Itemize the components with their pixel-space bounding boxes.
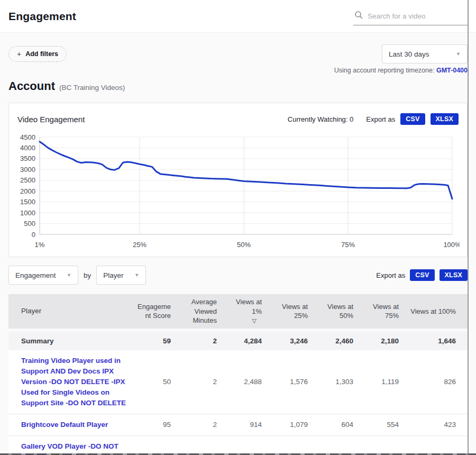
axis-tick-label: 100% <box>443 241 460 249</box>
metric-select[interactable]: Engagement ▼ <box>8 266 78 285</box>
player-row: Brightcove Default Player9529141,0796045… <box>8 414 468 435</box>
search-icon <box>354 11 363 21</box>
column-header-label: Views at 50% <box>319 302 353 321</box>
player-link[interactable]: Training Video Player used in Support AN… <box>21 356 126 408</box>
card-actions: Currently Watching: 0 Export as CSV XLSX <box>288 113 459 125</box>
metric-cell-avg_viewed_minutes: 2 <box>182 414 228 435</box>
metric-cell-views_50: 293 <box>319 435 365 455</box>
export-xlsx-button[interactable]: XLSX <box>440 269 468 281</box>
metric-cell-engagement_score: 95 <box>138 414 182 435</box>
by-label: by <box>84 271 91 279</box>
axis-tick-label: 4000 <box>20 144 35 152</box>
summary-row: Summary5924,2843,2462,4602,1801,646 <box>8 332 468 350</box>
timezone-text: Using account reporting timezone: <box>334 67 435 74</box>
export-as-label: Export as <box>366 115 395 123</box>
player-row: Training Video Player used in Support AN… <box>8 350 468 414</box>
metric-cell-views_1: 4,284 <box>228 332 273 350</box>
axis-tick-label: 3000 <box>20 166 35 174</box>
metric-cell-engagement_score: 50 <box>138 350 182 414</box>
metric-cell-avg_viewed_minutes: 2 <box>182 435 228 455</box>
column-header-average-viewed-minutes[interactable]: Average Viewed Minutes <box>182 294 228 332</box>
player-cell: Training Video Player used in Support AN… <box>8 350 138 414</box>
metric-cell-views_1: 2,488 <box>228 350 273 414</box>
metric-cell-views_75: 2,180 <box>365 332 410 350</box>
filter-row: + Add filters Last 30 days ▼ <box>8 44 468 63</box>
metric-cell-views_100: 219 <box>410 435 468 455</box>
player-row: Gallery VOD Player -DO NOT DELETE - IPX … <box>8 435 468 455</box>
player-cell: Gallery VOD Player -DO NOT DELETE - IPX … <box>8 435 138 455</box>
metric-cell-avg_viewed_minutes: 2 <box>182 350 228 414</box>
report-body: + Add filters Last 30 days ▼ Using accou… <box>0 33 476 455</box>
engagement-table: PlayerEngagement ScoreAverage Viewed Min… <box>8 294 468 455</box>
engagement-line-series <box>40 142 452 199</box>
metric-cell-views_50: 2,460 <box>319 332 365 350</box>
export-csv-button[interactable]: CSV <box>400 113 425 125</box>
top-bar: Engagement <box>0 0 476 33</box>
column-header-label: Engagement Score <box>138 302 171 321</box>
column-header-views-at-75[interactable]: Views at 75% <box>365 294 410 332</box>
column-header-label: Average Viewed Minutes <box>182 297 217 325</box>
axis-tick-label: 75% <box>341 241 355 249</box>
metric-cell-views_1: 914 <box>228 414 273 435</box>
date-range-value: Last 30 days <box>389 50 429 58</box>
chevron-down-icon: ▼ <box>67 272 71 278</box>
export-csv-button[interactable]: CSV <box>410 269 434 281</box>
timezone-note: Using account reporting timezone: GMT-04… <box>8 67 468 74</box>
column-header-views-at-1[interactable]: Views at 1%▽ <box>228 294 273 332</box>
currently-watching: Currently Watching: 0 <box>288 115 354 123</box>
column-header-views-at-25[interactable]: Views at 25% <box>273 294 319 332</box>
axis-tick-label: 3500 <box>20 154 35 162</box>
account-subtitle: (BC Training Videos) <box>59 84 125 92</box>
metric-cell-views_25: 1,079 <box>273 414 319 435</box>
engagement-chart: 0500100015002000250030003500400045001%25… <box>16 130 460 253</box>
add-filters-label: Add filters <box>25 50 58 58</box>
timezone-link[interactable]: GMT-0400 <box>436 67 468 74</box>
player-cell: Brightcove Default Player <box>8 414 138 435</box>
axis-tick-label: 1% <box>35 241 45 249</box>
axis-tick-label: 2000 <box>20 187 35 195</box>
axis-tick-label: 0 <box>32 231 35 239</box>
metric-cell-views_75: 554 <box>365 414 410 435</box>
plus-icon: + <box>17 50 21 58</box>
date-range-select[interactable]: Last 30 days ▼ <box>382 44 468 63</box>
table-controls: Engagement ▼ by Player ▼ Export as CSV X… <box>8 266 468 285</box>
column-header-label: Views at 100% <box>410 307 456 316</box>
metric-cell-views_100: 826 <box>410 350 468 414</box>
axis-tick-label: 4500 <box>20 133 35 141</box>
metric-cell-views_25: 310 <box>273 435 319 455</box>
axis-tick-label: 1500 <box>20 198 35 206</box>
account-heading: Account (BC Training Videos) <box>8 79 468 95</box>
axis-tick-label: 2500 <box>20 176 35 184</box>
axis-tick-label: 50% <box>237 241 251 249</box>
axis-tick-label: 25% <box>133 241 147 249</box>
metric-cell-engagement_score: 73 <box>138 435 182 455</box>
chevron-down-icon: ▼ <box>134 272 139 278</box>
column-header-label: Views at 75% <box>365 302 399 321</box>
column-header-label: Views at 25% <box>273 302 308 321</box>
axis-tick-label: 1000 <box>20 209 35 217</box>
video-search[interactable] <box>353 7 468 25</box>
dimension-select[interactable]: Player ▼ <box>96 266 146 285</box>
column-header-engagement-score[interactable]: Engagement Score <box>138 294 182 332</box>
metric-cell-views_75: 1,119 <box>365 350 410 414</box>
metric-select-value: Engagement <box>15 271 56 279</box>
metric-cell-views_25: 1,576 <box>273 350 319 414</box>
player-link[interactable]: Brightcove Default Player <box>21 420 108 430</box>
column-header-views-at-100[interactable]: Views at 100% <box>410 294 468 332</box>
player-cell: Summary <box>8 332 138 350</box>
column-header-views-at-50[interactable]: Views at 50% <box>319 294 365 332</box>
page-title: Engagement <box>8 10 76 23</box>
export-xlsx-button[interactable]: XLSX <box>431 113 459 125</box>
metric-cell-views_1: 380 <box>228 435 273 455</box>
column-header-player[interactable]: Player <box>8 294 138 332</box>
sort-descending-icon[interactable]: ▽ <box>228 317 262 325</box>
export-as-label: Export as <box>376 271 405 279</box>
dimension-select-value: Player <box>103 271 123 279</box>
search-input[interactable] <box>368 12 466 20</box>
column-header-label: Views at 1% <box>228 297 262 316</box>
table-header-row: PlayerEngagement ScoreAverage Viewed Min… <box>8 294 468 332</box>
metric-cell-views_100: 423 <box>410 414 468 435</box>
video-engagement-card: Video Engagement Currently Watching: 0 E… <box>8 103 468 257</box>
add-filters-button[interactable]: + Add filters <box>8 46 67 62</box>
table-export-group: Export as CSV XLSX <box>376 269 468 281</box>
